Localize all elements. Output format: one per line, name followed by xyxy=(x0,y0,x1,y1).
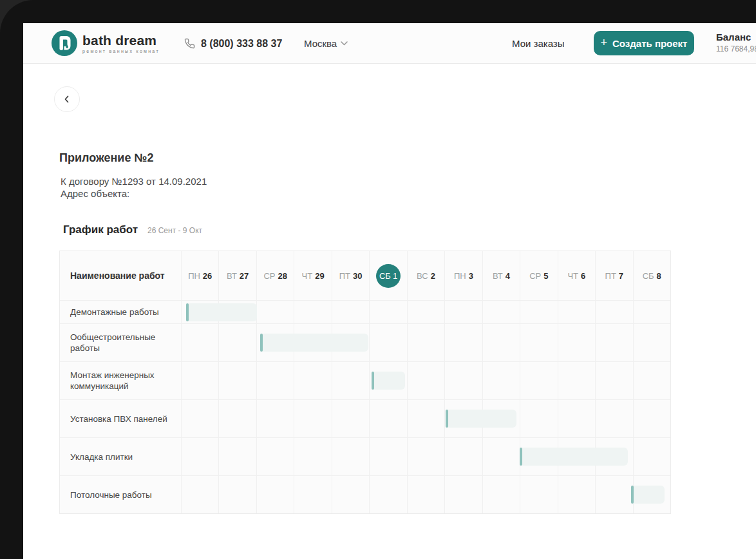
gantt-bar-start-cap xyxy=(631,486,634,504)
day-cell xyxy=(444,438,482,475)
name-column-header: Наименование работ xyxy=(60,251,181,300)
phone-icon xyxy=(184,38,195,49)
gantt-row: Ообщестроительные работы xyxy=(60,323,670,361)
logo-icon xyxy=(52,30,77,56)
day-header: ВС2 xyxy=(407,251,444,300)
schedule-title: График работ xyxy=(63,223,138,236)
gantt-row: Укладка плитки xyxy=(60,437,670,475)
logo-title: bath dream xyxy=(82,33,160,48)
day-header: СБ8 xyxy=(633,251,670,300)
day-cell xyxy=(256,362,294,399)
create-project-button[interactable]: + Создать проект xyxy=(594,31,694,55)
work-name-label: Укладка плитки xyxy=(60,438,181,475)
day-cell xyxy=(595,324,632,361)
day-cell xyxy=(558,400,595,437)
balance-widget[interactable]: Баланс 116 7684,98 xyxy=(716,32,756,53)
app-page: bath dream ремонт ванных комнат 8 (800) … xyxy=(23,23,756,559)
gantt-table: Наименование работ ПН26ВТ27СР28ЧТ29ПТ30С… xyxy=(59,251,671,514)
logo-subtitle: ремонт ванных комнат xyxy=(82,49,160,53)
day-cell xyxy=(595,362,632,399)
day-cell xyxy=(633,438,670,475)
page-title: Приложение №2 xyxy=(59,151,154,165)
day-cell xyxy=(444,324,482,361)
gantt-bar-start-cap xyxy=(186,303,189,321)
schedule-header: График работ 26 Сент - 9 Окт xyxy=(63,223,202,236)
day-cell xyxy=(558,301,595,323)
day-number-label: 29 xyxy=(315,271,324,281)
day-cell xyxy=(407,476,444,513)
day-cell xyxy=(482,301,520,323)
day-header: ВТ27 xyxy=(218,251,256,300)
logo[interactable]: bath dream ремонт ванных комнат xyxy=(52,30,160,56)
day-cell xyxy=(482,362,520,399)
day-cell xyxy=(218,362,256,399)
day-cell xyxy=(407,301,444,323)
day-cell xyxy=(482,438,520,475)
back-button[interactable] xyxy=(54,86,80,112)
phone-link[interactable]: 8 (800) 333 88 37 xyxy=(184,23,282,64)
day-number-label: 2 xyxy=(431,271,435,281)
work-name-label: Демонтажные работы xyxy=(60,301,181,323)
day-cell xyxy=(520,476,557,513)
day-cell xyxy=(256,476,294,513)
day-cell xyxy=(482,324,520,361)
day-of-week-label: СР xyxy=(529,271,541,281)
gantt-row: Установка ПВХ панелей xyxy=(60,399,670,437)
day-number-label: 1 xyxy=(393,271,397,281)
gantt-row: Монтаж инженерных коммуникаций xyxy=(60,361,670,399)
day-cell xyxy=(332,438,369,475)
day-cell xyxy=(633,362,670,399)
day-number-label: 28 xyxy=(278,271,287,281)
day-cell xyxy=(558,324,595,361)
phone-number: 8 (800) 333 88 37 xyxy=(201,38,282,50)
gantt-bar-start-cap xyxy=(260,334,263,352)
day-of-week-label: ВТ xyxy=(227,271,237,281)
create-project-label: Создать проект xyxy=(612,38,687,49)
city-label: Москва xyxy=(304,38,337,49)
city-selector[interactable]: Москва xyxy=(304,23,348,64)
day-cell xyxy=(332,362,369,399)
gantt-bar xyxy=(186,303,257,321)
gantt-bar xyxy=(372,372,406,390)
day-cell xyxy=(633,400,670,437)
day-number-label: 27 xyxy=(240,271,249,281)
day-cell xyxy=(595,400,632,437)
day-cell xyxy=(218,438,256,475)
day-header: ЧТ6 xyxy=(558,251,595,300)
gantt-bar xyxy=(260,334,368,352)
day-cell xyxy=(369,301,406,323)
day-cell xyxy=(294,438,331,475)
day-cell xyxy=(294,362,331,399)
gantt-bar-start-cap xyxy=(520,448,522,466)
day-cell xyxy=(520,400,557,437)
contract-line: К договору №1293 от 14.09.2021 xyxy=(61,175,207,187)
day-of-week-label: ВТ xyxy=(493,271,503,281)
my-orders-link[interactable]: Мои заказы xyxy=(512,23,565,64)
chevron-left-icon xyxy=(61,93,73,105)
gantt-bar xyxy=(446,410,516,428)
day-number-label: 6 xyxy=(581,271,585,281)
work-name-label: Потолочные работы xyxy=(60,476,181,513)
day-number-label: 5 xyxy=(543,271,548,281)
day-number-label: 8 xyxy=(657,271,661,281)
day-cell xyxy=(256,438,294,475)
day-number-label: 3 xyxy=(469,271,473,281)
day-cell xyxy=(181,362,218,399)
day-cell xyxy=(294,301,331,323)
address-line: Адрес объекта: xyxy=(61,187,207,200)
day-header: СР5 xyxy=(520,251,557,300)
gantt-bar-start-cap xyxy=(446,410,448,428)
day-cell xyxy=(332,301,369,323)
day-header: ЧТ29 xyxy=(294,251,331,300)
day-of-week-label: СР xyxy=(263,271,275,281)
day-cell xyxy=(332,400,369,437)
day-cell xyxy=(520,301,557,323)
day-of-week-label: ПТ xyxy=(339,271,350,281)
schedule-date-range: 26 Сент - 9 Окт xyxy=(147,226,202,235)
day-cell xyxy=(369,438,406,475)
day-cell xyxy=(482,476,520,513)
day-of-week-label: ЧТ xyxy=(302,271,313,281)
day-cell xyxy=(218,400,256,437)
gantt-bar xyxy=(631,486,665,504)
day-cell xyxy=(369,400,406,437)
